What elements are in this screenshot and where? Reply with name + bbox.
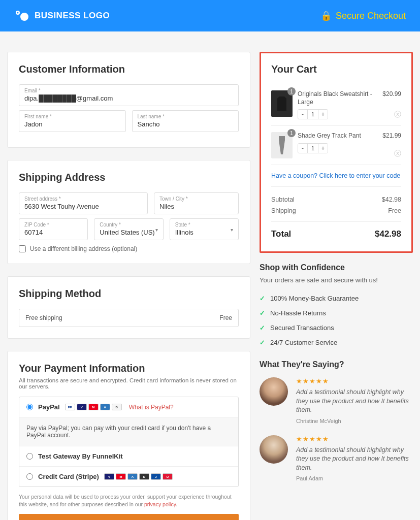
svg-point-2 bbox=[20, 13, 28, 21]
total-row: Total$42.98 bbox=[271, 221, 401, 241]
confidence-sub: Your orders are safe and secure with us! bbox=[260, 276, 413, 284]
cart-title: Your Cart bbox=[271, 63, 401, 75]
avatar bbox=[260, 377, 288, 406]
header: BUSINESS LOGO 🔒 Secure Checkout bbox=[0, 0, 420, 31]
qty-increase-button[interactable]: + bbox=[318, 144, 328, 153]
payment-option-stripe[interactable]: Credit Card (Stripe) V M A D J U bbox=[19, 467, 238, 486]
logo-icon bbox=[14, 10, 29, 22]
place-order-button[interactable]: PLACE ORDER NOW bbox=[19, 514, 239, 520]
customer-info-title: Customer Information bbox=[19, 63, 239, 75]
country-select[interactable]: Country * United States (US) bbox=[94, 218, 163, 240]
testimonials-section: What They're Saying? ★★★★★ Add a testimo… bbox=[260, 360, 413, 493]
email-field[interactable]: Email * dipa.████████@gmail.com bbox=[19, 84, 239, 106]
avatar bbox=[260, 435, 288, 464]
shipping-method-card: Shipping Method Free shipping Free bbox=[7, 276, 250, 339]
testimonial: ★★★★★ Add a testimonial should highlight… bbox=[260, 435, 413, 482]
diff-billing-checkbox[interactable] bbox=[19, 245, 26, 252]
remove-item-button[interactable]: ⓧ bbox=[394, 149, 401, 158]
confidence-section: Shop with Confidence Your orders are saf… bbox=[260, 263, 413, 350]
logo-text: BUSINESS LOGO bbox=[35, 11, 110, 21]
star-rating: ★★★★★ bbox=[296, 377, 413, 385]
diff-billing-label: Use a different billing address (optiona… bbox=[30, 245, 137, 252]
qty-control: - 1 + bbox=[298, 143, 328, 153]
lock-icon: 🔒 bbox=[320, 10, 332, 21]
stripe-card-icons: V M A D J U bbox=[104, 473, 173, 480]
cart-item: 1 Shade Grey Track Pant - 1 + $21.99 ⓧ bbox=[271, 126, 401, 165]
qty-control: - 1 + bbox=[298, 109, 328, 119]
payment-subnote: All transactions are secure and encrypte… bbox=[19, 377, 239, 389]
last-name-field[interactable]: Last name * Sancho bbox=[132, 110, 239, 132]
state-select[interactable]: State * Illinois bbox=[170, 218, 239, 240]
svg-point-1 bbox=[17, 12, 19, 14]
customer-info-card: Customer Information Email * dipa.██████… bbox=[7, 52, 250, 148]
coupon-link[interactable]: Have a coupon? Click here to enter your … bbox=[271, 165, 401, 187]
cart-item: 1 Originals Black Sweatshirt - Large - 1… bbox=[271, 84, 401, 126]
cart-item-thumb: 1 bbox=[271, 132, 293, 158]
testimonial-author: Christine McVeigh bbox=[296, 418, 413, 424]
cart-item-thumb: 1 bbox=[271, 90, 293, 117]
subtotal-row: Subtotal$42.98 bbox=[271, 194, 401, 205]
first-name-field[interactable]: First name * Jadon bbox=[19, 110, 126, 132]
payment-option-paypal[interactable]: PayPal PP V M A D What is PayPal? bbox=[19, 397, 238, 417]
confidence-item: ✓Secured Transactions bbox=[260, 320, 413, 335]
test-gateway-radio[interactable] bbox=[26, 453, 33, 460]
qty-value: 1 bbox=[307, 144, 318, 153]
shipping-address-card: Shipping Address Street address * 5630 W… bbox=[7, 160, 250, 264]
qty-decrease-button[interactable]: - bbox=[298, 110, 307, 119]
confidence-title: Shop with Confidence bbox=[260, 263, 413, 272]
check-icon: ✓ bbox=[260, 324, 265, 332]
shipping-option[interactable]: Free shipping Free bbox=[19, 309, 239, 327]
shipping-row: ShippingFree bbox=[271, 205, 401, 216]
confidence-item: ✓No-Hassle Returns bbox=[260, 306, 413, 320]
stripe-radio[interactable] bbox=[26, 473, 33, 480]
star-rating: ★★★★★ bbox=[296, 435, 413, 443]
confidence-item: ✓24/7 Customer Service bbox=[260, 335, 413, 350]
check-icon: ✓ bbox=[260, 339, 265, 346]
payment-card: Your Payment Information All transaction… bbox=[7, 351, 250, 520]
testimonial: ★★★★★ Add a testimonial should highlight… bbox=[260, 377, 413, 424]
confidence-item: ✓100% Money-Back Guarantee bbox=[260, 291, 413, 306]
qty-value: 1 bbox=[307, 110, 318, 119]
payment-option-test-gateway[interactable]: Test Gateway By FunnelKit bbox=[19, 446, 238, 467]
cart-item-name: Shade Grey Track Pant bbox=[298, 132, 377, 140]
payment-title: Your Payment Information bbox=[19, 363, 239, 374]
remove-item-button[interactable]: ⓧ bbox=[394, 110, 401, 119]
privacy-policy-link[interactable]: privacy policy bbox=[144, 501, 176, 507]
testimonials-title: What They're Saying? bbox=[260, 360, 413, 369]
cart-box: Your Cart 1 Originals Black Sweatshirt -… bbox=[260, 52, 413, 253]
cart-item-name: Originals Black Sweatshirt - Large bbox=[298, 90, 377, 106]
street-field[interactable]: Street address * 5630 West Touhy Avenue bbox=[19, 192, 148, 214]
secure-checkout-label: 🔒 Secure Checkout bbox=[320, 10, 406, 21]
town-field[interactable]: Town / City * Niles bbox=[154, 192, 239, 214]
paypal-description: Pay via PayPal; you can pay with your cr… bbox=[19, 417, 238, 446]
check-icon: ✓ bbox=[260, 309, 265, 317]
testimonial-quote: Add a testimonial should highlight why t… bbox=[296, 446, 413, 473]
testimonial-quote: Add a testimonial should highlight why t… bbox=[296, 388, 413, 415]
check-icon: ✓ bbox=[260, 295, 265, 302]
privacy-note: Your personal data will be used to proce… bbox=[19, 493, 239, 508]
shipping-method-title: Shipping Method bbox=[19, 288, 239, 300]
what-is-paypal-link[interactable]: What is PayPal? bbox=[129, 404, 174, 411]
shipping-address-title: Shipping Address bbox=[19, 172, 239, 183]
logo: BUSINESS LOGO bbox=[14, 10, 110, 22]
qty-decrease-button[interactable]: - bbox=[298, 144, 307, 153]
zip-field[interactable]: ZIP Code * 60714 bbox=[19, 218, 88, 240]
qty-badge: 1 bbox=[287, 129, 296, 137]
paypal-card-icons: PP V M A D bbox=[65, 404, 122, 410]
qty-increase-button[interactable]: + bbox=[318, 110, 328, 119]
testimonial-author: Paul Adam bbox=[296, 475, 413, 481]
qty-badge: 1 bbox=[287, 87, 296, 95]
paypal-radio[interactable] bbox=[26, 404, 33, 410]
